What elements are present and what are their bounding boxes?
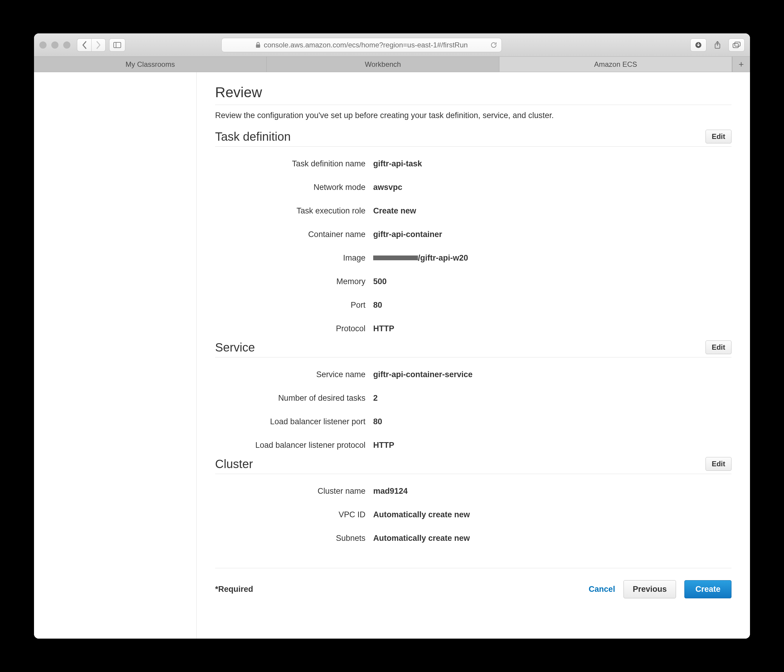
value-task-definition-name: giftr-api-task bbox=[373, 159, 422, 168]
tab-workbench[interactable]: Workbench bbox=[267, 57, 499, 72]
url-text: console.aws.amazon.com/ecs/home?region=u… bbox=[264, 41, 468, 49]
label-service-name: Service name bbox=[215, 370, 373, 379]
value-service-name: giftr-api-container-service bbox=[373, 370, 473, 379]
label-task-execution-role: Task execution role bbox=[215, 206, 373, 216]
row-lb-protocol: Load balancer listener protocol HTTP bbox=[215, 441, 731, 450]
row-memory: Memory 500 bbox=[215, 277, 731, 286]
required-note: *Required bbox=[215, 585, 253, 594]
value-port: 80 bbox=[373, 301, 382, 310]
value-image: /giftr-api-w20 bbox=[373, 253, 468, 263]
value-vpc-id: Automatically create new bbox=[373, 510, 470, 519]
page-body: Review Review the configuration you've s… bbox=[34, 72, 750, 639]
row-desired-tasks: Number of desired tasks 2 bbox=[215, 394, 731, 403]
page-title: Review bbox=[215, 84, 731, 105]
previous-button[interactable]: Previous bbox=[624, 580, 676, 598]
downloads-button[interactable] bbox=[690, 39, 706, 51]
value-cluster-name: mad9124 bbox=[373, 487, 408, 496]
lock-icon bbox=[255, 42, 261, 48]
edit-task-definition-button[interactable]: Edit bbox=[706, 130, 731, 143]
value-lb-port: 80 bbox=[373, 417, 382, 426]
value-network-mode: awsvpc bbox=[373, 183, 403, 192]
section-head-task-definition: Task definition Edit bbox=[215, 130, 731, 147]
label-memory: Memory bbox=[215, 277, 373, 286]
label-image: Image bbox=[215, 253, 373, 263]
create-button[interactable]: Create bbox=[684, 580, 731, 598]
sidebar-toggle-button[interactable] bbox=[109, 39, 125, 51]
left-sidebar bbox=[34, 72, 197, 639]
content-area: Review Review the configuration you've s… bbox=[197, 72, 750, 639]
label-lb-port: Load balancer listener port bbox=[215, 417, 373, 426]
refresh-icon[interactable] bbox=[490, 42, 497, 49]
value-desired-tasks: 2 bbox=[373, 394, 378, 403]
value-lb-protocol: HTTP bbox=[373, 441, 394, 450]
image-suffix: /giftr-api-w20 bbox=[418, 253, 468, 262]
value-protocol: HTTP bbox=[373, 324, 394, 333]
row-subnets: Subnets Automatically create new bbox=[215, 534, 731, 543]
value-subnets: Automatically create new bbox=[373, 534, 470, 543]
row-cluster-name: Cluster name mad9124 bbox=[215, 487, 731, 496]
svg-rect-6 bbox=[735, 42, 740, 46]
share-button[interactable] bbox=[709, 39, 725, 51]
svg-rect-5 bbox=[733, 43, 738, 48]
edit-service-button[interactable]: Edit bbox=[706, 340, 731, 354]
forward-button[interactable] bbox=[91, 39, 106, 51]
redacted-image-prefix bbox=[373, 256, 418, 260]
row-network-mode: Network mode awsvpc bbox=[215, 183, 731, 192]
row-vpc-id: VPC ID Automatically create new bbox=[215, 510, 731, 519]
toolbar-right bbox=[690, 39, 745, 51]
back-button[interactable] bbox=[77, 39, 91, 51]
row-task-definition-name: Task definition name giftr-api-task bbox=[215, 159, 731, 168]
new-tab-button[interactable]: + bbox=[732, 57, 750, 72]
label-container-name: Container name bbox=[215, 230, 373, 239]
label-network-mode: Network mode bbox=[215, 183, 373, 192]
row-lb-port: Load balancer listener port 80 bbox=[215, 417, 731, 426]
label-cluster-name: Cluster name bbox=[215, 487, 373, 496]
close-window-icon[interactable] bbox=[39, 42, 47, 49]
tabs-button[interactable] bbox=[728, 39, 745, 51]
section-title-cluster: Cluster bbox=[215, 457, 253, 471]
section-head-cluster: Cluster Edit bbox=[215, 457, 731, 474]
cancel-button[interactable]: Cancel bbox=[589, 585, 615, 594]
section-title-task-definition: Task definition bbox=[215, 130, 291, 143]
tab-my-classrooms[interactable]: My Classrooms bbox=[34, 57, 267, 72]
minimize-window-icon[interactable] bbox=[51, 42, 59, 49]
nav-buttons bbox=[77, 39, 106, 51]
row-port: Port 80 bbox=[215, 301, 731, 310]
row-image: Image /giftr-api-w20 bbox=[215, 253, 731, 263]
browser-window: console.aws.amazon.com/ecs/home?region=u… bbox=[34, 33, 750, 639]
footer-row: *Required Cancel Previous Create bbox=[215, 580, 731, 601]
section-title-service: Service bbox=[215, 341, 255, 354]
label-task-definition-name: Task definition name bbox=[215, 159, 373, 168]
label-port: Port bbox=[215, 301, 373, 310]
page-description: Review the configuration you've set up b… bbox=[215, 111, 731, 120]
row-service-name: Service name giftr-api-container-service bbox=[215, 370, 731, 379]
label-subnets: Subnets bbox=[215, 534, 373, 543]
tab-amazon-ecs[interactable]: Amazon ECS bbox=[499, 57, 732, 72]
value-container-name: giftr-api-container bbox=[373, 230, 442, 239]
label-desired-tasks: Number of desired tasks bbox=[215, 394, 373, 403]
label-vpc-id: VPC ID bbox=[215, 510, 373, 519]
url-bar[interactable]: console.aws.amazon.com/ecs/home?region=u… bbox=[221, 38, 502, 52]
zoom-window-icon[interactable] bbox=[63, 42, 70, 49]
traffic-lights bbox=[39, 42, 70, 49]
section-head-service: Service Edit bbox=[215, 340, 731, 357]
svg-rect-2 bbox=[256, 44, 260, 48]
label-lb-protocol: Load balancer listener protocol bbox=[215, 441, 373, 450]
browser-toolbar: console.aws.amazon.com/ecs/home?region=u… bbox=[34, 33, 750, 57]
value-memory: 500 bbox=[373, 277, 387, 286]
label-protocol: Protocol bbox=[215, 324, 373, 333]
footer-actions: Cancel Previous Create bbox=[589, 580, 731, 598]
svg-rect-0 bbox=[114, 42, 121, 48]
value-task-execution-role: Create new bbox=[373, 206, 416, 216]
row-container-name: Container name giftr-api-container bbox=[215, 230, 731, 239]
tab-strip: My Classrooms Workbench Amazon ECS + bbox=[34, 57, 750, 72]
footer-separator bbox=[215, 568, 731, 568]
edit-cluster-button[interactable]: Edit bbox=[706, 457, 731, 471]
row-protocol: Protocol HTTP bbox=[215, 324, 731, 333]
row-task-execution-role: Task execution role Create new bbox=[215, 206, 731, 216]
